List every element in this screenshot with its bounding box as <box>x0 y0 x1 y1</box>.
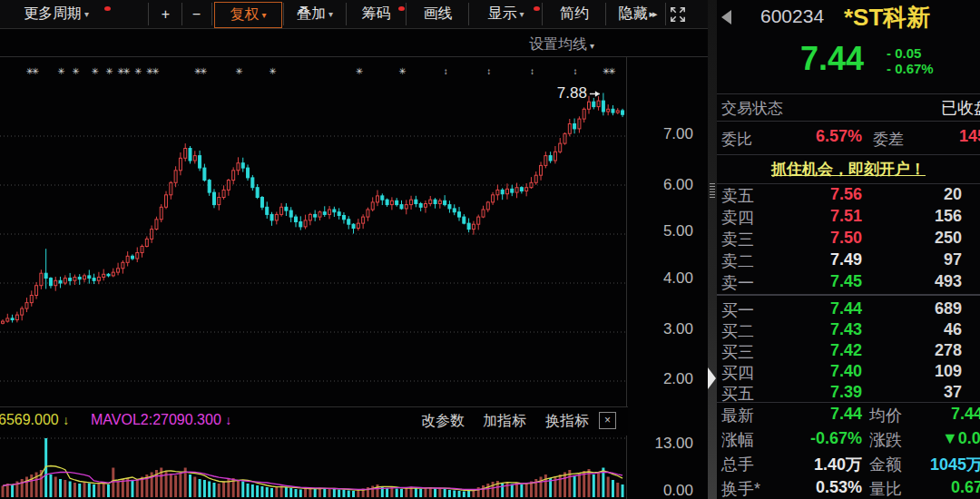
panel-splitter[interactable] <box>708 0 717 499</box>
volume-bar <box>69 482 72 498</box>
level-label: 买一 <box>721 299 754 321</box>
hide-button[interactable]: 隐藏▸▸ <box>610 2 664 26</box>
candle <box>136 253 139 259</box>
candle <box>429 200 432 203</box>
event-marker: ✳ <box>398 66 406 76</box>
toolbar-button-label: + <box>162 6 170 23</box>
volume-bar <box>237 480 240 497</box>
volume-bar <box>174 475 177 497</box>
level-price: 7.43 <box>780 320 862 339</box>
candle <box>40 273 43 286</box>
volume-bar <box>74 483 76 497</box>
candle <box>155 220 158 230</box>
simple-mode-button[interactable]: 简约 <box>546 2 603 26</box>
adjust-price-button[interactable]: 复权▾ <box>214 2 282 28</box>
volume-bar <box>2 486 5 498</box>
candle <box>559 143 562 152</box>
toolbar-button-label: 简约 <box>560 5 589 24</box>
more-periods-button[interactable]: 更多周期▾ <box>4 2 109 26</box>
candle <box>348 220 350 224</box>
candle <box>377 196 379 202</box>
collapse-panel-arrow-icon[interactable] <box>708 367 716 389</box>
weicha-value: 145 <box>959 127 980 146</box>
candle <box>612 109 614 113</box>
buy-row[interactable]: 买二7.4346 <box>717 320 980 342</box>
zoom-in-button[interactable]: + <box>151 2 181 26</box>
candle <box>314 214 317 217</box>
ma-settings-dropdown[interactable]: 设置均线▾ <box>529 35 594 54</box>
candle <box>251 178 254 188</box>
toolbar-divider <box>665 3 666 25</box>
candle <box>438 201 441 203</box>
volume-bar <box>260 486 263 497</box>
volume-bar <box>525 484 528 497</box>
volume-chart[interactable] <box>0 436 628 499</box>
candle <box>74 278 76 281</box>
arrow-down-icon: ↓ <box>63 413 69 427</box>
level-quantity: 689 <box>862 299 962 318</box>
display-button[interactable]: 显示▾ <box>474 2 538 26</box>
event-marker: ↕ <box>486 66 490 76</box>
candle <box>410 200 413 204</box>
chevron-down-icon: ▾ <box>519 9 524 19</box>
buy-row[interactable]: 买三7.42278 <box>717 341 980 363</box>
candle <box>597 101 600 106</box>
candle <box>544 156 547 166</box>
stat-label: 换手* <box>721 478 760 499</box>
price-axis-label: 6.00 <box>626 176 693 194</box>
overlay-button[interactable]: 叠加▾ <box>287 2 343 26</box>
close-indicator-button[interactable]: × <box>599 412 616 429</box>
volume-bar <box>463 492 466 498</box>
buy-row[interactable]: 买一7.44689 <box>717 299 980 321</box>
volume-bar <box>270 488 273 497</box>
candle <box>189 149 191 161</box>
volume-bar <box>467 491 470 498</box>
volume-bar <box>540 477 543 498</box>
volume-bar <box>434 489 436 498</box>
event-marker: ✳ <box>105 66 113 76</box>
event-marker: ✳✳ <box>146 66 159 76</box>
candle <box>103 274 105 277</box>
event-marker: ✳✳ <box>117 66 130 76</box>
trade-status-label: 交易状态 <box>721 98 783 119</box>
volume-bar <box>482 485 485 497</box>
stat-label: 最新 <box>721 405 754 426</box>
weibi-value: 6.57% <box>780 127 862 146</box>
candle <box>83 276 86 279</box>
buy-row[interactable]: 买四7.40109 <box>717 362 980 384</box>
sell-row[interactable]: 卖一7.45493 <box>717 272 980 294</box>
open-account-ad-link[interactable]: 抓住机会，即刻开户！ <box>717 159 980 180</box>
chevron-down-icon: ▾ <box>84 9 89 19</box>
draw-line-button[interactable]: 画线 <box>410 2 466 26</box>
chevron-down-icon: ▾ <box>328 9 333 19</box>
switch-indicator-button[interactable]: 换指标 <box>545 412 589 431</box>
sell-row[interactable]: 卖五7.5620 <box>717 185 980 207</box>
sell-row[interactable]: 卖三7.50250 <box>717 229 980 250</box>
candlestick-chart[interactable]: ✳✳✳✳✳✳✳✳✳✳✳✳✳✳✳✳✳↕↕↕↕✳✳7.88 <box>0 57 628 406</box>
fullscreen-button[interactable] <box>670 2 698 26</box>
add-indicator-button[interactable]: 加指标 <box>483 412 526 431</box>
volume-bar <box>390 487 393 497</box>
back-arrow-icon[interactable] <box>721 10 731 24</box>
volume-bar <box>578 474 581 497</box>
edit-params-button[interactable]: 改参数 <box>421 412 465 431</box>
candle <box>97 278 100 281</box>
candle <box>367 210 369 217</box>
price-axis-label: 4.00 <box>626 269 693 288</box>
zoom-out-button[interactable]: − <box>182 2 211 26</box>
sell-row[interactable]: 卖二7.4997 <box>717 250 980 272</box>
chevron-down-icon: ▾ <box>261 10 266 20</box>
volume-bar <box>616 483 619 497</box>
splitter-grip-icon[interactable] <box>710 183 715 198</box>
candle <box>44 273 47 278</box>
chevron-down-icon: ▾ <box>590 41 594 51</box>
chips-button[interactable]: 筹码 <box>349 2 403 26</box>
candle <box>112 272 114 276</box>
candle <box>170 182 172 195</box>
candle <box>35 286 38 296</box>
volume-bar <box>203 480 206 497</box>
candle <box>357 223 359 228</box>
sell-row[interactable]: 卖四7.51156 <box>717 207 980 229</box>
divider <box>717 294 980 296</box>
volume-bar <box>131 480 133 497</box>
